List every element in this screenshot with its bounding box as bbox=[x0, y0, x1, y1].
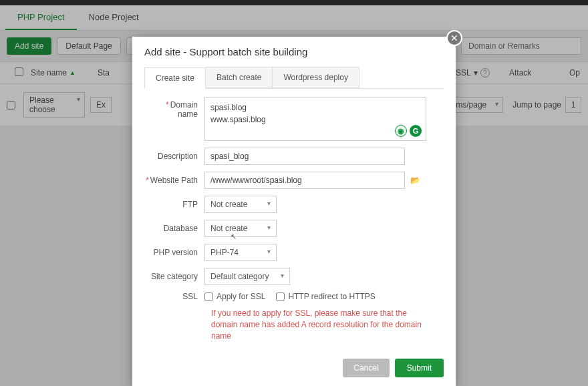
domain-label: Domain name bbox=[170, 100, 198, 119]
refresh-icon[interactable]: G bbox=[410, 125, 422, 137]
tab-create-site[interactable]: Create site bbox=[144, 67, 206, 89]
http-redirect-checkbox[interactable] bbox=[276, 293, 285, 301]
database-label: Database bbox=[144, 224, 204, 233]
site-category-select[interactable]: Default category bbox=[204, 268, 290, 285]
domain-name-input[interactable]: spasi.blog www.spasi.blog ◉ G bbox=[204, 97, 426, 141]
website-path-label: Website Path bbox=[150, 176, 198, 185]
apply-ssl-label: Apply for SSL bbox=[216, 292, 265, 301]
modal-overlay: ✕ Add site - Support batch site building… bbox=[0, 0, 588, 386]
php-version-select[interactable]: PHP-74 bbox=[204, 244, 277, 261]
website-path-input[interactable] bbox=[204, 172, 405, 189]
tab-batch-create[interactable]: Batch create bbox=[205, 67, 273, 88]
modal-tabs: Create site Batch create Wordpress deplo… bbox=[144, 67, 444, 89]
submit-button[interactable]: Submit bbox=[395, 359, 444, 377]
ssl-label: SSL bbox=[144, 292, 204, 301]
description-input[interactable] bbox=[204, 148, 405, 165]
site-category-label: Site category bbox=[144, 272, 204, 281]
ssl-warning: If you need to apply for SSL, please mak… bbox=[211, 308, 432, 341]
apply-ssl-checkbox[interactable] bbox=[204, 293, 213, 301]
add-site-modal: ✕ Add site - Support batch site building… bbox=[132, 37, 456, 386]
cancel-button[interactable]: Cancel bbox=[343, 359, 389, 377]
database-select[interactable]: Not create↖ bbox=[204, 220, 277, 237]
modal-title: Add site - Support batch site building bbox=[132, 37, 456, 67]
ftp-label: FTP bbox=[144, 200, 204, 209]
close-icon[interactable]: ✕ bbox=[446, 30, 462, 46]
folder-icon[interactable]: 📂 bbox=[410, 176, 420, 185]
ftp-select[interactable]: Not create bbox=[204, 196, 277, 213]
php-version-label: PHP version bbox=[144, 248, 204, 257]
globe-icon[interactable]: ◉ bbox=[395, 125, 407, 137]
tab-wordpress-deploy[interactable]: Wordpress deploy bbox=[272, 67, 359, 88]
description-label: Description bbox=[144, 152, 204, 161]
http-redirect-label: HTTP redirect to HTTPS bbox=[288, 292, 375, 301]
cursor-icon: ↖ bbox=[231, 232, 237, 241]
